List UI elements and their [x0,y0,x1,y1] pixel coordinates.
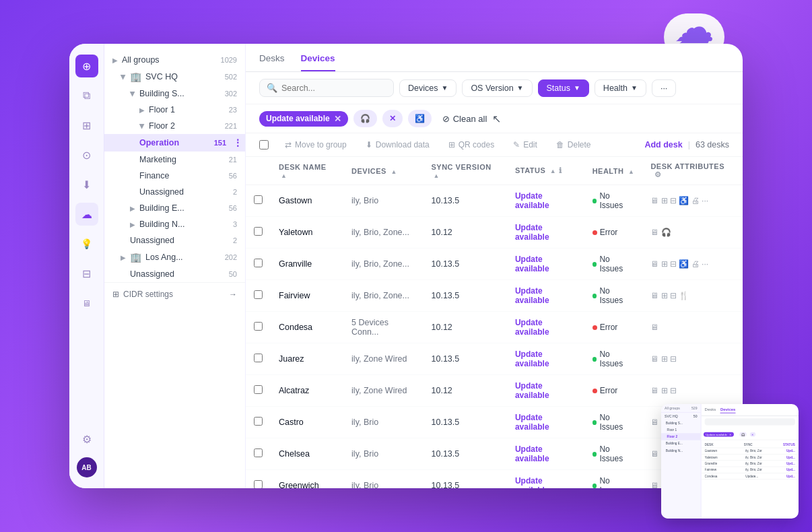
row-checkbox[interactable] [254,417,263,426]
status-filter-btn[interactable]: Status ▼ [538,79,589,97]
qr-codes-btn[interactable]: ⊞ QR codes [443,137,500,152]
qr-codes-label: QR codes [459,140,494,149]
cidr-settings-link[interactable]: ⊞ CIDR settings → [104,282,245,306]
health-filter-btn[interactable]: Health ▼ [595,79,646,97]
desk-attr-settings-icon[interactable]: ⚙ [654,170,662,178]
status-value: Update available [515,476,549,488]
col-checkbox [246,157,271,185]
row-checkbox[interactable] [254,227,263,236]
desk-attributes-cell: 🖥 ⊞ ⊟ [642,343,743,375]
sidebar-item-finance[interactable]: Finance 56 [104,168,245,184]
los-ang-count: 202 [225,253,237,261]
sidebar-item-all-groups[interactable]: ▶ All groups 1029 [104,52,245,68]
col-devices[interactable]: DEVICES ▲ [343,157,423,185]
download-data-btn[interactable]: ⬇ Download data [360,137,435,152]
devices-filter-btn[interactable]: Devices ▼ [399,79,456,97]
row-checkbox-cell [246,248,271,280]
desk-count: 63 desks [696,140,729,149]
chevron-down-icon: ▼ [441,84,448,92]
health-value: Error [600,228,618,237]
edit-btn[interactable]: ✎ Edit [508,137,543,152]
accessibility-filter-chip[interactable]: ♿ [408,110,432,127]
col-status[interactable]: STATUS ▲ ℹ [507,157,584,185]
health-indicator: Error [593,386,618,395]
delete-btn[interactable]: 🗑 Delete [551,137,597,152]
clean-all-icon: ⊘ [442,114,450,124]
devices-value: ily, Brio, Zone... [351,259,409,269]
row-checkbox-cell [246,280,271,312]
sidebar-item-svc-hq[interactable]: ▶ 🏢 SVC HQ 502 [104,68,245,86]
expand-floor2-icon: ▶ [139,123,146,129]
row-checkbox[interactable] [254,385,263,394]
sidebar-item-unassigned[interactable]: Unassigned 2 [104,184,245,200]
settings-icon[interactable]: ⚙ [75,428,98,451]
select-all-checkbox[interactable] [259,140,269,149]
headset-filter-chip[interactable]: 🎧 [353,110,377,127]
sidebar-item-floor1[interactable]: ▶ Floor 1 23 [104,102,245,118]
col-sync-version[interactable]: SYNC VERSION ▲ [424,157,507,185]
move-to-group-btn[interactable]: ⇄ Move to group [279,137,352,152]
avatar[interactable]: AB [77,457,97,477]
monitor-icon[interactable]: 🖥 [75,292,98,314]
sync-version-value: 10.13.5 [432,481,460,488]
clean-all-button[interactable]: ⊘ Clean all [437,111,493,127]
devices-value: ily, Brio, Zone... [351,228,409,237]
search-box[interactable]: 🔍 [259,79,394,97]
table-row: Juarez ily, Zone Wired 10.13.5 Update av… [246,343,743,375]
col-desk-attributes[interactable]: DESK ATTRIBUTES ⚙ [642,157,743,185]
camera-icon[interactable]: ⊙ [75,143,98,166]
row-checkbox-cell [246,343,271,375]
cloud-nav-icon[interactable]: ☁ [75,203,98,226]
sidebar-item-floor2[interactable]: ▶ Floor 2 221 [104,118,245,134]
health-chevron-icon: ▼ [631,84,638,92]
move-group-icon: ⇄ [285,140,292,149]
col-desk-name[interactable]: DESK NAME ▲ [271,157,343,185]
remove-update-filter-icon[interactable]: ✕ [334,114,341,124]
tab-desks[interactable]: Desks [259,44,285,71]
health-value: No Issues [599,444,634,463]
download-icon[interactable]: ⬇ [75,173,98,196]
add-desk-button[interactable]: Add desk [644,140,682,149]
sidebar-item-unassigned2[interactable]: Unassigned 2 [104,232,245,248]
more-filters-btn[interactable]: ··· [652,79,676,97]
health-dot-icon [593,420,597,425]
tab-devices[interactable]: Devices [301,44,335,71]
row-checkbox[interactable] [254,480,263,488]
bulb-icon[interactable]: 💡 [75,232,98,255]
sidebar-item-building-n[interactable]: ▶ Building N... 3 [104,216,245,232]
table-row: Condesa 5 Devices Conn... 10.12 Update a… [246,312,743,343]
sidebar-item-building-e[interactable]: ▶ Building E... 56 [104,200,245,216]
row-checkbox[interactable] [254,290,263,299]
devices-icon[interactable]: ⊞ [75,114,98,137]
table-row: Yaletown ily, Brio, Zone... 10.12 Update… [246,217,743,248]
search-input[interactable] [281,84,386,93]
sidebar-item-building-s[interactable]: ▶ Building S... 302 [104,86,245,102]
row-checkbox[interactable] [254,259,263,267]
sidebar-item-marketing[interactable]: Marketing 21 [104,152,245,168]
status-cell: Update available [507,217,584,248]
table-row: Granville ily, Brio, Zone... 10.13.5 Upd… [246,248,743,280]
logo-icon[interactable]: ⊕ [75,55,98,77]
row-checkbox[interactable] [254,322,263,331]
table-row: Gastown ily, Brio 10.13.5 Update availab… [246,185,743,217]
os-version-filter-btn[interactable]: OS Version ▼ [462,79,532,97]
layers-icon[interactable]: ⧉ [75,84,98,107]
devices-value: ily, Brio [351,481,378,488]
sync-version-cell: 10.13.5 [424,470,507,489]
operation-more-icon[interactable]: ⋮ [233,137,242,148]
row-checkbox-cell [246,185,271,217]
building-s-count: 302 [225,90,237,98]
devices-cell: ily, Brio, Zone... [343,217,423,248]
sidebar-item-los-ang[interactable]: ▶ 🏢 Los Ang... 202 [104,248,245,266]
grid-icon[interactable]: ⊟ [75,262,98,285]
close-filter-chip[interactable]: ✕ [382,110,403,127]
building-e-label: Building E... [139,203,184,213]
expand-building-n-icon: ▶ [130,221,135,228]
filter-tags-bar: Update available ✕ 🎧 ✕ ♿ ⊘ Clean all ↖ [246,104,743,133]
sidebar-item-operation[interactable]: Operation 151 ⋮ [104,134,245,152]
row-checkbox[interactable] [254,448,263,457]
col-health[interactable]: HEALTH ▲ [584,157,643,185]
row-checkbox[interactable] [254,354,263,362]
sidebar-item-unassigned3[interactable]: Unassigned 50 [104,266,245,282]
row-checkbox[interactable] [254,195,263,204]
